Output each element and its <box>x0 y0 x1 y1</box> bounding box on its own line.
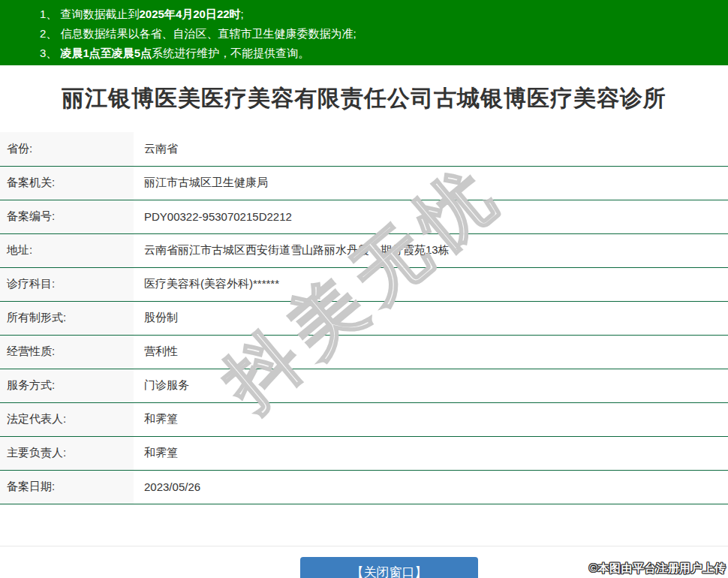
table-row: 服务方式:门诊服务 <box>0 369 728 402</box>
table-row: 省份:云南省 <box>0 132 728 166</box>
table-row: 所有制形式:股份制 <box>0 301 728 335</box>
info-table-body: 省份:云南省备案机关:丽江市古城区卫生健康局备案编号:PDY00322-9530… <box>0 132 728 504</box>
row-value: 云南省丽江市古城区西安街道雪山路丽水丹霞一期丹霞苑13栋 <box>134 233 728 267</box>
close-window-button[interactable]: 【关闭窗口】 <box>300 557 478 578</box>
notice-line: 1、 查询数据截止到2025年4月20日22时; <box>40 5 713 24</box>
notice-segment: ; <box>241 8 244 20</box>
row-label: 地址: <box>0 233 134 267</box>
row-value: 股份制 <box>134 301 728 335</box>
row-label: 服务方式: <box>0 369 134 402</box>
row-value: 2023/05/26 <box>134 470 728 504</box>
row-label: 主要负责人: <box>0 436 134 470</box>
row-label: 法定代表人: <box>0 402 134 436</box>
notice-line: 3、 凌晨1点至凌晨5点系统进行维护，不能提供查询。 <box>40 44 713 63</box>
row-value: 丽江市古城区卫生健康局 <box>134 166 728 200</box>
row-value: 医疗美容科(美容外科)****** <box>134 267 728 301</box>
notice-segment-bold: 2025年4月20日22时 <box>140 8 241 20</box>
table-row: 备案编号:PDY00322-953070215D2212 <box>0 200 728 233</box>
table-row: 地址:云南省丽江市古城区西安街道雪山路丽水丹霞一期丹霞苑13栋 <box>0 233 728 267</box>
table-row: 诊疗科目:医疗美容科(美容外科)****** <box>0 267 728 301</box>
table-row: 经营性质:营利性 <box>0 335 728 369</box>
info-table: 省份:云南省备案机关:丽江市古城区卫生健康局备案编号:PDY00322-9530… <box>0 132 728 504</box>
row-label: 备案编号: <box>0 200 134 233</box>
notice-banner: 1、 查询数据截止到2025年4月20日22时;2、 信息数据结果以各省、自治区… <box>0 0 728 65</box>
notice-segment-bold: 凌晨1点至凌晨5点 <box>61 47 152 59</box>
row-label: 所有制形式: <box>0 301 134 335</box>
notice-segment: 2、 信息数据结果以各省、自治区、直辖市卫生健康委数据为准; <box>40 27 356 40</box>
notice-segment: 1、 查询数据截止到 <box>40 8 140 20</box>
row-label: 诊疗科目: <box>0 267 134 301</box>
table-row: 备案机关:丽江市古城区卫生健康局 <box>0 166 728 200</box>
notice-segment: 系统进行维护，不能提供查询。 <box>152 47 309 59</box>
row-label: 备案日期: <box>0 470 134 504</box>
row-label: 省份: <box>0 132 134 166</box>
row-value: 和霁篁 <box>134 436 728 470</box>
notice-line: 2、 信息数据结果以各省、自治区、直辖市卫生健康委数据为准; <box>40 24 713 44</box>
table-row: 主要负责人:和霁篁 <box>0 436 728 470</box>
row-value: 云南省 <box>134 132 728 166</box>
row-value: 营利性 <box>134 335 728 369</box>
notice-list: 1、 查询数据截止到2025年4月20日22时;2、 信息数据结果以各省、自治区… <box>40 5 713 63</box>
row-value: 门诊服务 <box>134 369 728 402</box>
table-row: 法定代表人:和霁篁 <box>0 402 728 436</box>
row-label: 备案机关: <box>0 166 134 200</box>
row-label: 经营性质: <box>0 335 134 369</box>
copyright-watermark: ©本图由平台注册用户上传 <box>589 561 726 576</box>
row-value: PDY00322-953070215D2212 <box>134 200 728 233</box>
page-title: 丽江银博医美医疗美容有限责任公司古城银博医疗美容诊所 <box>0 65 728 132</box>
row-value: 和霁篁 <box>134 402 728 436</box>
table-row: 备案日期:2023/05/26 <box>0 470 728 504</box>
footer-divider <box>0 546 728 546</box>
notice-segment: 3、 <box>40 47 61 59</box>
